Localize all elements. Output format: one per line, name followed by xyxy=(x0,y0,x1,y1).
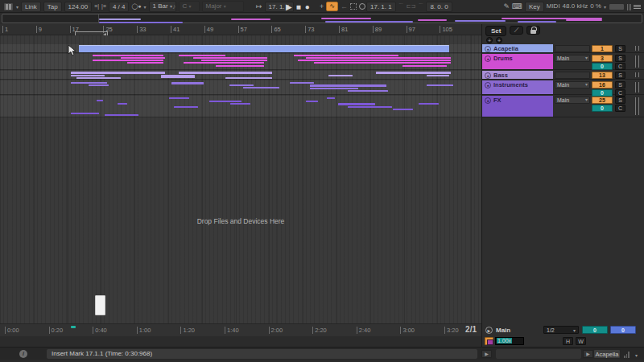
clip[interactable] xyxy=(225,77,272,79)
output-route-select[interactable]: Main▾ xyxy=(555,97,590,104)
chevron-down-icon[interactable]: ▾ xyxy=(635,352,638,358)
loop-switch-icon[interactable]: ⊏⊐ xyxy=(407,2,416,10)
tap-tempo-button[interactable]: Tap xyxy=(43,2,62,12)
draw-mode-button[interactable]: ∿ xyxy=(326,2,338,11)
clip[interactable] xyxy=(306,101,318,102)
clip[interactable] xyxy=(427,84,453,86)
solo-button[interactable]: S xyxy=(615,81,625,88)
solo-button[interactable]: S xyxy=(615,45,625,52)
clip[interactable] xyxy=(71,113,99,114)
chevron-down-icon[interactable]: ▾ xyxy=(144,4,147,10)
clip[interactable] xyxy=(327,97,335,99)
midi-map-button[interactable]: MIDI xyxy=(547,2,560,10)
stop-button[interactable]: ■ xyxy=(296,2,303,11)
main-track-name[interactable]: Main xyxy=(496,327,510,334)
clip[interactable] xyxy=(230,103,250,105)
track-activator-icon[interactable]: ● xyxy=(485,56,491,62)
clip[interactable] xyxy=(179,72,272,74)
clip[interactable] xyxy=(174,106,198,108)
clip[interactable] xyxy=(419,103,439,105)
track-input-value[interactable]: 13 xyxy=(592,72,613,79)
clip[interactable] xyxy=(394,60,451,61)
clip[interactable] xyxy=(376,72,451,74)
clip[interactable] xyxy=(243,87,279,88)
clip[interactable] xyxy=(105,114,138,116)
clip[interactable] xyxy=(193,57,267,59)
bar-ruler[interactable]: 191725334149576573818997105 xyxy=(0,24,481,35)
clip[interactable] xyxy=(179,55,225,56)
clip[interactable] xyxy=(79,45,449,52)
clip[interactable] xyxy=(201,60,267,61)
track-name-cell[interactable]: ●Instruments xyxy=(482,80,553,94)
ghost-clip[interactable] xyxy=(95,295,105,315)
scale-name-menu[interactable]: Major ▾ xyxy=(202,1,244,12)
clip[interactable] xyxy=(184,62,264,64)
clip[interactable] xyxy=(229,84,254,86)
main-send-value[interactable]: 0 xyxy=(582,326,608,334)
punch-position-field[interactable]: 17. 1. 1 xyxy=(366,2,396,12)
output-route-select[interactable]: Main▾ xyxy=(555,81,590,88)
optimize-width-button[interactable]: W xyxy=(576,337,586,345)
play-button[interactable]: ▶ xyxy=(286,2,294,11)
zoom-factor-field[interactable]: 1.00x xyxy=(495,337,524,345)
scale-icon[interactable]: ♪ xyxy=(172,2,176,10)
clip[interactable] xyxy=(121,57,165,59)
selected-clip-play-button[interactable]: ▶ xyxy=(583,350,593,358)
track-activator-icon[interactable]: ● xyxy=(485,46,491,52)
output-route-select[interactable]: Main▾ xyxy=(555,55,590,62)
fade-in-icon[interactable]: ⌒ xyxy=(398,2,404,10)
clip[interactable] xyxy=(294,55,398,56)
clip[interactable] xyxy=(209,101,242,102)
clip[interactable] xyxy=(76,77,121,79)
clip[interactable] xyxy=(127,62,163,64)
clip[interactable] xyxy=(290,82,314,84)
track-name-cell[interactable]: ●Bass xyxy=(482,71,553,79)
time-signature-field[interactable]: 4 / 4 xyxy=(109,2,130,12)
clip[interactable] xyxy=(171,82,204,84)
clip[interactable] xyxy=(169,97,189,99)
track-name-cell[interactable]: ●Drums xyxy=(482,54,553,69)
solo-button[interactable]: S xyxy=(615,72,625,79)
zoom-back-icon[interactable] xyxy=(485,337,493,345)
back-to-arrangement-icon[interactable]: ← xyxy=(341,2,348,10)
clip-name-field[interactable] xyxy=(496,349,581,359)
clip[interactable] xyxy=(328,75,353,76)
clip[interactable] xyxy=(314,62,394,64)
clip[interactable] xyxy=(161,75,195,78)
scale-root-menu[interactable]: C ▾ xyxy=(179,1,200,12)
track-name-cell[interactable]: ●Acapella xyxy=(482,44,553,52)
tempo-field[interactable]: 124.00 xyxy=(64,2,92,12)
clip[interactable] xyxy=(93,60,163,61)
clip[interactable] xyxy=(348,106,392,108)
nudge-down-icon[interactable]: ≡| xyxy=(94,2,99,10)
menu-icon[interactable] xyxy=(634,5,641,9)
track-activator-icon[interactable]: ● xyxy=(485,72,491,79)
capture-region-icon[interactable] xyxy=(350,3,357,10)
solo-button[interactable]: S xyxy=(615,97,625,104)
keyboard-icon[interactable]: ⌨ xyxy=(512,2,522,10)
prev-marker-button[interactable]: + xyxy=(486,37,493,43)
track-input-value[interactable]: 3 xyxy=(592,55,613,62)
clip[interactable] xyxy=(310,84,386,87)
clip[interactable] xyxy=(310,88,358,89)
clip[interactable] xyxy=(298,60,396,61)
clip[interactable] xyxy=(402,65,447,67)
lock-icon[interactable] xyxy=(526,26,540,35)
next-marker-button[interactable]: + xyxy=(496,37,502,43)
clip[interactable] xyxy=(306,57,398,59)
clip[interactable] xyxy=(427,75,449,76)
track-input-value[interactable]: 16 xyxy=(592,81,613,88)
crossfade-button[interactable]: C xyxy=(615,63,625,70)
solo-button[interactable]: S xyxy=(615,55,625,62)
nudge-up-icon[interactable]: |≡ xyxy=(101,2,106,10)
capture-midi-icon[interactable] xyxy=(359,3,365,10)
clip[interactable] xyxy=(393,109,413,110)
track-input-value[interactable]: 1 xyxy=(592,45,613,52)
track-input-value[interactable]: 25 xyxy=(592,97,613,104)
main-pan-value[interactable]: 0 xyxy=(610,326,636,334)
track-name-cell[interactable]: ●FX xyxy=(482,96,553,117)
track-activator-icon[interactable]: ● xyxy=(485,97,491,104)
send-value[interactable]: 0 xyxy=(592,105,613,112)
clip[interactable] xyxy=(93,55,163,56)
clip[interactable] xyxy=(118,103,127,105)
